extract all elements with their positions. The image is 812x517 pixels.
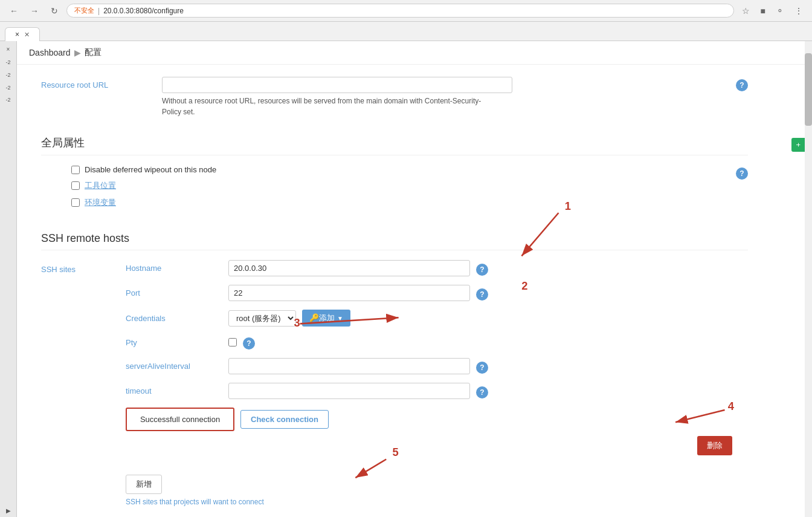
server-alive-row: serverAliveInterval ? bbox=[126, 358, 748, 374]
ssh-fields: Hostname ? Port ? bbox=[126, 260, 748, 455]
breadcrumb-current: 配置 bbox=[85, 47, 102, 58]
sidebar-expand-left[interactable]: ▶ bbox=[0, 505, 16, 517]
disable-wipeout-row: Disable deferred wipeout on this node bbox=[71, 165, 730, 174]
hostname-help-icon[interactable]: ? bbox=[476, 264, 488, 276]
port-label: Port bbox=[126, 288, 222, 298]
pty-help-icon[interactable]: ? bbox=[243, 337, 255, 350]
hostname-input[interactable] bbox=[228, 260, 470, 276]
server-alive-label: serverAliveInterval bbox=[126, 362, 222, 371]
sidebar-item-3[interactable]: -2 bbox=[0, 82, 16, 94]
add-dropdown-arrow: ▼ bbox=[337, 315, 343, 322]
env-label[interactable]: 环境变量 bbox=[85, 197, 116, 208]
credentials-label: Credentials bbox=[126, 314, 222, 323]
hostname-row: Hostname ? bbox=[126, 260, 748, 276]
server-alive-help-icon[interactable]: ? bbox=[476, 362, 488, 374]
reload-button[interactable]: ↻ bbox=[47, 5, 62, 17]
credentials-select[interactable]: root (服务器) bbox=[228, 310, 296, 327]
tab-title: × bbox=[15, 30, 19, 39]
scrollbar-thumb[interactable] bbox=[805, 53, 812, 126]
check-connection-button[interactable]: Check connection bbox=[240, 410, 329, 429]
tools-checkbox[interactable] bbox=[71, 181, 80, 190]
url-display: 20.0.0.30:8080/configure bbox=[103, 7, 184, 15]
timeout-label: timeout bbox=[126, 386, 222, 395]
sidebar-item-1[interactable]: -2 bbox=[0, 57, 16, 68]
profile-button[interactable]: ⚬ bbox=[773, 5, 787, 17]
add-credentials-label: 🔑添加 bbox=[309, 313, 335, 324]
disable-wipeout-label[interactable]: Disable deferred wipeout on this node bbox=[85, 165, 216, 174]
tools-row: 工具位置 bbox=[71, 180, 730, 191]
content-wrapper: + Dashboard ▶ 配置 Resource root URL Witho… bbox=[17, 41, 812, 517]
back-button[interactable]: ← bbox=[6, 5, 22, 17]
app-container: × -2 -2 -2 -2 ▶ + Dashboard ▶ 配置 bbox=[0, 41, 812, 517]
sidebar-item-2[interactable]: -2 bbox=[0, 70, 16, 81]
add-new-button[interactable]: 新增 bbox=[126, 475, 162, 494]
global-help-icon[interactable]: ? bbox=[736, 167, 748, 180]
resource-root-help: Without a resource root URL, resources w… bbox=[162, 96, 500, 117]
env-checkbox[interactable] bbox=[71, 198, 80, 207]
resource-root-input[interactable] bbox=[162, 77, 512, 93]
add-credentials-button[interactable]: 🔑添加 ▼ bbox=[302, 310, 350, 327]
forward-button[interactable]: → bbox=[27, 5, 42, 17]
timeout-help-icon[interactable]: ? bbox=[476, 386, 488, 398]
tools-label[interactable]: 工具位置 bbox=[85, 180, 116, 191]
main-content: Resource root URL Without a resource roo… bbox=[17, 65, 772, 517]
active-tab[interactable]: × ✕ bbox=[5, 27, 40, 41]
port-help-icon[interactable]: ? bbox=[476, 288, 488, 301]
address-bar[interactable]: 不安全 | 20.0.0.30:8080/configure bbox=[66, 4, 734, 18]
server-alive-input[interactable] bbox=[228, 358, 470, 374]
extensions-button[interactable]: ■ bbox=[758, 5, 768, 17]
green-add-button[interactable]: + bbox=[791, 138, 805, 152]
breadcrumb-home[interactable]: Dashboard bbox=[29, 48, 71, 57]
port-input[interactable] bbox=[228, 285, 470, 301]
breadcrumb-separator: ▶ bbox=[74, 48, 81, 57]
pty-checkbox[interactable] bbox=[228, 338, 237, 346]
delete-button[interactable]: 删除 bbox=[697, 436, 732, 455]
tab-bar: × ✕ bbox=[0, 22, 812, 41]
ssh-sites-note: SSH sites that projects will want to con… bbox=[126, 498, 748, 506]
global-section: 全局属性 Disable deferred wipeout on this no… bbox=[41, 135, 748, 214]
browser-chrome: ← → ↻ 不安全 | 20.0.0.30:8080/configure ☆ ■… bbox=[0, 0, 812, 22]
credentials-row: Credentials root (服务器) 🔑添加 ▼ ? bbox=[126, 310, 748, 327]
scrollbar-track[interactable] bbox=[805, 41, 812, 517]
ssh-sites-container: SSH sites Hostname ? Port bbox=[41, 260, 748, 455]
disable-wipeout-checkbox[interactable] bbox=[71, 166, 80, 174]
resource-root-row: Resource root URL Without a resource roo… bbox=[41, 77, 748, 117]
sidebar-item-4[interactable]: -2 bbox=[0, 94, 16, 106]
resource-root-section: Resource root URL Without a resource roo… bbox=[41, 77, 748, 117]
menu-button[interactable]: ⋮ bbox=[791, 5, 806, 17]
bookmark-button[interactable]: ☆ bbox=[739, 5, 753, 17]
add-new-area: 新增 SSH sites that projects will want to … bbox=[126, 465, 748, 506]
ssh-section-title: SSH remote hosts bbox=[41, 232, 748, 250]
left-sidebar: × -2 -2 -2 -2 ▶ bbox=[0, 41, 17, 517]
timeout-row: timeout ? bbox=[126, 383, 748, 399]
timeout-input[interactable] bbox=[228, 383, 470, 399]
resource-root-help-icon[interactable]: ? bbox=[736, 79, 748, 91]
sidebar-item-close[interactable]: × bbox=[0, 44, 16, 56]
ssh-section: SSH remote hosts SSH sites Hostname ? bbox=[41, 232, 748, 506]
hostname-label: Hostname bbox=[126, 264, 222, 273]
security-warning: 不安全 bbox=[74, 6, 94, 15]
resource-root-input-area: Without a resource root URL, resources w… bbox=[162, 77, 724, 117]
pty-row: Pty ? bbox=[126, 335, 748, 350]
content-area: Dashboard ▶ 配置 Resource root URL Without… bbox=[17, 41, 812, 517]
success-message-box: Successfull connection bbox=[126, 408, 234, 431]
env-row: 环境变量 bbox=[71, 197, 730, 208]
breadcrumb: Dashboard ▶ 配置 bbox=[17, 41, 812, 65]
connection-action-row: Successfull connection Check connection bbox=[126, 408, 748, 431]
pty-label: Pty bbox=[126, 338, 222, 347]
resource-root-label: Resource root URL bbox=[41, 77, 150, 89]
ssh-sites-label: SSH sites bbox=[41, 260, 102, 274]
global-section-title: 全局属性 bbox=[41, 135, 748, 155]
tab-close-icon[interactable]: ✕ bbox=[24, 31, 30, 39]
port-row: Port ? bbox=[126, 285, 748, 301]
